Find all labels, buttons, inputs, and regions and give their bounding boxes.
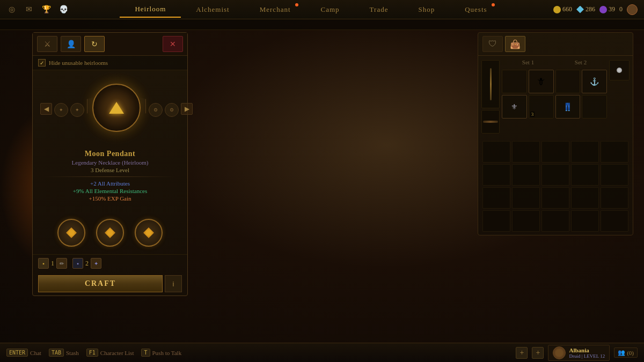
trophy-icon[interactable]: 🏆 — [41, 4, 52, 15]
inv-cell-13[interactable] — [541, 187, 569, 209]
right-panel-tabs: 🛡 👜 — [478, 33, 633, 56]
slot-item-2: 🗡 — [532, 72, 550, 91]
equip-slot-6[interactable]: 3 — [529, 95, 554, 119]
tab-camp[interactable]: Camp — [306, 2, 355, 17]
enter-key: ENTER — [6, 349, 28, 357]
inv-cell-19[interactable] — [571, 210, 599, 232]
character-text: Albania Druid | LEVEL 12 — [569, 347, 605, 359]
tab-key: TAB — [49, 349, 64, 357]
craft-button[interactable]: CRAFT — [38, 275, 163, 292]
triangle-pendant-icon — [109, 102, 124, 114]
player-avatar-nav[interactable] — [627, 4, 638, 15]
equip-slot-5[interactable]: ⚜ — [502, 95, 527, 119]
mat-count-1: 1 — [51, 260, 54, 268]
tab-merchant[interactable]: Merchant — [245, 2, 306, 17]
add-button-2[interactable]: + — [532, 347, 544, 359]
hotkey-tab: TAB Stash — [49, 349, 79, 357]
tab-trade[interactable]: Trade — [355, 2, 404, 17]
hide-unusable-label: Hide unusable heirlooms — [49, 60, 108, 66]
shard-amount: 39 — [609, 5, 615, 13]
set-label-1: Set 1 — [522, 59, 534, 65]
hotkey-enter: ENTER Chat — [6, 349, 41, 357]
character-name: Albania — [569, 347, 605, 353]
add-button-1[interactable]: + — [516, 347, 528, 359]
weapon-visual-2 — [483, 121, 498, 123]
mat-icon-2: ✏ — [56, 258, 67, 269]
right-slot-1[interactable] — [609, 60, 630, 80]
inv-cell-5[interactable] — [601, 141, 628, 162]
inv-cell-12[interactable] — [512, 187, 540, 209]
tab-shop[interactable]: Shop — [403, 2, 450, 17]
panel-tab-3[interactable]: ↻ — [84, 36, 105, 52]
slot-item-7: 👖 — [559, 98, 577, 116]
material-2: ▪ 2 ✦ — [72, 258, 101, 269]
hide-unusable-checkbox[interactable]: ✓ — [38, 59, 46, 67]
inv-cell-1[interactable] — [482, 141, 510, 162]
message-icon[interactable]: ✉ — [24, 4, 34, 15]
inv-cell-17[interactable] — [512, 210, 540, 232]
inv-cell-8[interactable] — [541, 164, 569, 186]
inv-cell-2[interactable] — [512, 141, 540, 162]
gold-icon — [553, 6, 561, 13]
prev-arrow[interactable]: ◀ — [40, 103, 52, 115]
f1-label: Character List — [100, 350, 134, 356]
hotkey-t: T Push to Talk — [141, 349, 181, 357]
equip-slot-4[interactable]: ⚓ — [582, 70, 607, 93]
skull-icon[interactable]: 💀 — [58, 4, 69, 15]
center-equipment: Set 1 Set 2 🗡 ⚓ ⚜ 3 — [502, 59, 607, 135]
right-tab-1[interactable]: 🛡 — [482, 36, 503, 52]
inv-cell-20[interactable] — [601, 210, 628, 232]
tab-quests[interactable]: Quests — [450, 2, 502, 17]
info-button[interactable]: i — [165, 275, 182, 292]
tab-alchemist[interactable]: Alchemist — [181, 2, 244, 17]
panel-tab-1[interactable]: ⚔ — [37, 36, 57, 52]
quest-icon[interactable]: ◎ — [6, 4, 17, 15]
inv-cell-15[interactable] — [601, 187, 628, 209]
inv-cell-7[interactable] — [512, 164, 540, 186]
equip-slot-7[interactable]: 👖 — [555, 95, 581, 119]
inv-cell-9[interactable] — [571, 164, 599, 186]
stat-exp: +150% EXP Gain — [43, 195, 177, 202]
quests-alert — [492, 3, 495, 6]
heirloom-panel: ⚔ 👤 ↻ ✕ ✓ Hide unusable heirlooms ◀ ✦ ✦ — [32, 32, 188, 296]
right-tab-2[interactable]: 👜 — [505, 36, 525, 52]
slot-item-4: ⚓ — [586, 72, 604, 91]
diamond-resource: 286 — [576, 5, 595, 13]
inv-cell-3[interactable] — [541, 141, 569, 162]
set-label-2: Set 2 — [575, 59, 587, 65]
right-edge-slots — [609, 59, 630, 135]
pendant-display — [84, 76, 149, 144]
check-icon: ✓ — [40, 60, 44, 66]
inv-cell-18[interactable] — [541, 210, 569, 232]
equip-slot-2[interactable]: 🗡 — [529, 70, 554, 93]
mat-icon-3: ▪ — [72, 258, 83, 269]
socket-2[interactable] — [96, 219, 124, 247]
socket-3[interactable] — [135, 219, 163, 247]
socket-1[interactable] — [57, 219, 85, 247]
weapon-slot-1[interactable] — [481, 60, 500, 108]
item-navigation: ◀ ✦ ✦ — [38, 76, 182, 144]
panel-tab-2[interactable]: 👤 — [61, 36, 81, 52]
tab-heirloom[interactable]: Heirloom — [120, 2, 181, 18]
inv-cell-10[interactable] — [601, 164, 628, 186]
pendant-bg — [84, 76, 149, 140]
token-resource: 0 — [619, 5, 623, 13]
orb-icon — [617, 68, 622, 73]
equip-slot-8[interactable] — [582, 95, 607, 119]
socket-gem-3 — [143, 227, 154, 238]
small-icon-1[interactable]: ✦ — [54, 103, 68, 117]
next-arrow[interactable]: ▶ — [181, 103, 193, 115]
material-1: ▪ 1 ✏ — [38, 258, 67, 269]
item-divider — [43, 176, 177, 177]
inv-cell-16[interactable] — [482, 210, 510, 232]
small-icon-4[interactable]: ⚙ — [165, 103, 179, 117]
diamond-icon — [576, 6, 584, 13]
inv-cell-11[interactable] — [482, 187, 510, 209]
equip-slot-1[interactable] — [502, 70, 527, 93]
inv-cell-6[interactable] — [482, 164, 510, 186]
equip-slot-3[interactable] — [555, 70, 581, 93]
panel-close-button[interactable]: ✕ — [163, 36, 183, 52]
weapon-slot-2[interactable] — [481, 110, 500, 134]
inv-cell-4[interactable] — [571, 141, 599, 162]
inv-cell-14[interactable] — [571, 187, 599, 209]
